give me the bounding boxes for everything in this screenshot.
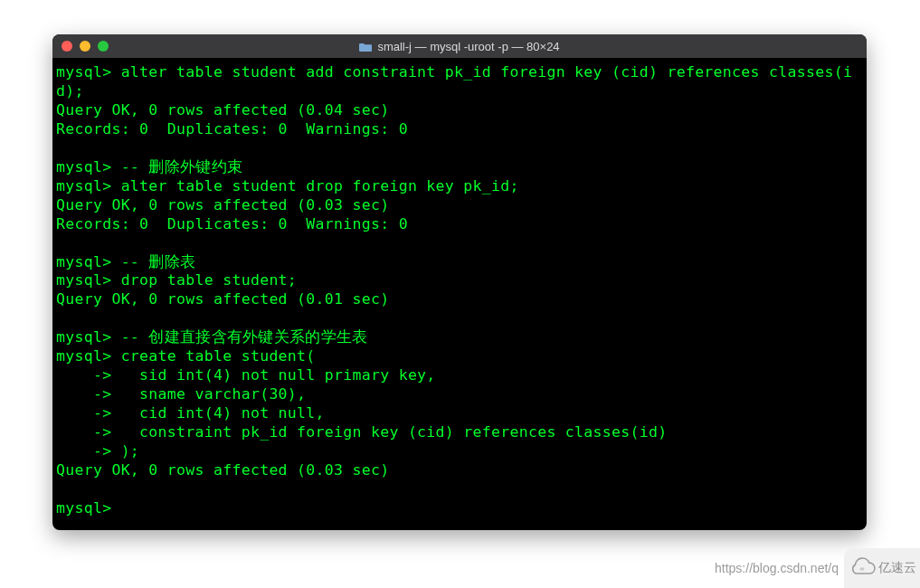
maximize-icon[interactable]	[98, 41, 109, 52]
terminal-line: Records: 0 Duplicates: 0 Warnings: 0	[56, 120, 861, 139]
terminal-line: Query OK, 0 rows affected (0.03 sec)	[56, 461, 861, 480]
terminal-line: Query OK, 0 rows affected (0.03 sec)	[56, 196, 861, 215]
terminal-line: Query OK, 0 rows affected (0.04 sec)	[56, 101, 861, 120]
terminal-content[interactable]: mysql> alter table student add constrain…	[52, 58, 867, 524]
minimize-icon[interactable]	[80, 41, 90, 52]
window-titlebar[interactable]: small-j — mysql -uroot -p — 80×24	[52, 34, 867, 58]
terminal-line	[56, 480, 861, 499]
terminal-line: mysql> alter table student drop foreign …	[56, 177, 861, 196]
window-controls	[62, 41, 109, 52]
folder-icon	[359, 42, 372, 52]
terminal-line: -> constraint pk_id foreign key (cid) re…	[56, 423, 861, 442]
terminal-line: mysql> alter table student add constrain…	[56, 63, 861, 101]
window-title-wrap: small-j — mysql -uroot -p — 80×24	[52, 40, 867, 53]
terminal-line: mysql> -- 删除表	[56, 253, 861, 272]
terminal-line: mysql>	[56, 499, 861, 518]
terminal-line: -> sid int(4) not null primary key,	[56, 366, 861, 385]
terminal-line	[56, 309, 861, 328]
window-title: small-j — mysql -uroot -p — 80×24	[377, 40, 559, 53]
terminal-line: mysql> drop table student;	[56, 271, 861, 290]
close-icon[interactable]	[62, 41, 72, 52]
terminal-window: small-j — mysql -uroot -p — 80×24 mysql>…	[52, 34, 867, 530]
terminal-line: Query OK, 0 rows affected (0.01 sec)	[56, 290, 861, 309]
watermark-text: https://blog.csdn.net/q	[715, 561, 839, 575]
cloud-icon: ∞	[848, 557, 877, 579]
svg-text:∞: ∞	[860, 565, 865, 572]
terminal-line: mysql> -- 删除外键约束	[56, 158, 861, 177]
terminal-line	[56, 139, 861, 158]
terminal-line: mysql> create table student(	[56, 347, 861, 366]
terminal-line: mysql> -- 创建直接含有外键关系的学生表	[56, 328, 861, 347]
terminal-line: -> sname varchar(30),	[56, 385, 861, 404]
terminal-line	[56, 234, 861, 253]
terminal-line: -> );	[56, 442, 861, 461]
terminal-line: Records: 0 Duplicates: 0 Warnings: 0	[56, 215, 861, 234]
watermark-badge: ∞ 亿速云	[844, 548, 920, 588]
watermark-badge-text: 亿速云	[878, 560, 916, 576]
scrollbar[interactable]	[852, 58, 865, 528]
terminal-line: -> cid int(4) not null,	[56, 404, 861, 423]
